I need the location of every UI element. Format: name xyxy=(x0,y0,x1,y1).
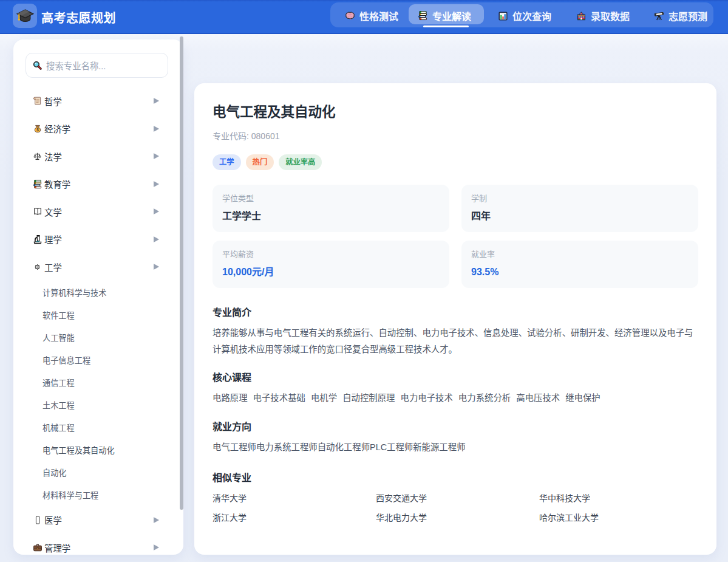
svg-text:$: $ xyxy=(36,127,39,132)
